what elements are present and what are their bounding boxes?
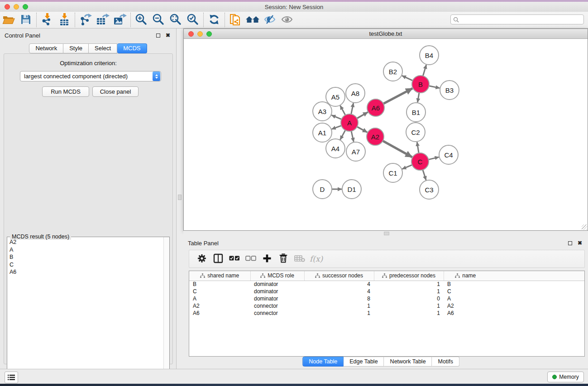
zoom-selected-button[interactable] xyxy=(184,13,201,27)
column-header-name[interactable]: name xyxy=(444,271,487,281)
save-session-button[interactable] xyxy=(17,13,34,27)
result-item[interactable]: C xyxy=(8,261,163,269)
table-cell[interactable]: C xyxy=(444,288,487,295)
table-cell[interactable]: B xyxy=(444,281,487,288)
memory-button[interactable]: Memory xyxy=(547,372,584,382)
mcds-result-list[interactable]: A2ABCA6 xyxy=(8,238,163,382)
result-item[interactable]: A2 xyxy=(8,238,163,246)
edge-A-A2[interactable] xyxy=(357,127,368,132)
vertical-splitter[interactable] xyxy=(177,29,183,369)
show-columns-button[interactable] xyxy=(210,251,226,267)
table-cell[interactable]: connector xyxy=(250,310,304,317)
splitter-handle[interactable] xyxy=(384,232,389,235)
float-table-panel-button[interactable] xyxy=(566,239,574,247)
export-image-button[interactable] xyxy=(111,13,129,27)
tab-style[interactable]: Style xyxy=(63,43,89,53)
tab-network-table[interactable]: Network Table xyxy=(384,357,432,367)
criterion-select[interactable]: largest connected component (directed) xyxy=(20,71,161,81)
zoom-fit-button[interactable] xyxy=(167,13,184,27)
table-row[interactable]: A6connector11A6 xyxy=(189,310,585,317)
import-table-button[interactable] xyxy=(56,13,73,27)
table-row[interactable]: Adominator80A xyxy=(189,295,585,302)
window-resize-grip[interactable] xyxy=(582,224,587,230)
zoom-out-button[interactable] xyxy=(150,13,167,27)
edge-A-A3[interactable] xyxy=(331,115,341,119)
network-canvas[interactable]: AA1A3A5A8A4A7A6A2BB1B2B3B4CC1C2C3C4DD1 xyxy=(184,39,588,230)
edge-A-A8[interactable] xyxy=(351,103,354,114)
edge-B-B2[interactable] xyxy=(402,76,413,81)
splitter-handle[interactable] xyxy=(178,195,182,200)
delete-column-button[interactable] xyxy=(275,251,292,267)
table-cell[interactable]: 1 xyxy=(374,310,444,317)
table-cell[interactable]: A2 xyxy=(189,302,250,310)
tab-mcds[interactable]: MCDS xyxy=(117,43,147,53)
table-cell[interactable]: A6 xyxy=(444,310,487,317)
tab-edge-table[interactable]: Edge Table xyxy=(344,357,384,367)
table-cell[interactable]: 8 xyxy=(304,295,374,302)
show-graphics-details-button[interactable] xyxy=(278,13,296,27)
column-header-predecessor-nodes[interactable]: predecessor nodes xyxy=(374,271,444,281)
float-panel-button[interactable] xyxy=(154,32,162,39)
node-table[interactable]: shared nameMCDS rolesuccessor nodesprede… xyxy=(189,271,585,357)
table-cell[interactable]: dominator xyxy=(250,288,304,295)
table-cell[interactable]: 1 xyxy=(304,302,374,310)
horizontal-splitter[interactable] xyxy=(183,231,588,236)
table-cell[interactable]: 1 xyxy=(304,310,374,317)
close-table-panel-button[interactable]: ✖ xyxy=(576,239,583,247)
edge-A-A1[interactable] xyxy=(332,126,342,129)
search-input[interactable] xyxy=(450,14,584,24)
network-graph[interactable]: AA1A3A5A8A4A7A6A2BB1B2B3B4CC1C2C3C4DD1 xyxy=(184,39,588,230)
edge-C-C4[interactable] xyxy=(428,157,439,160)
edge-A-A5[interactable] xyxy=(340,105,345,115)
table-cell[interactable]: A xyxy=(444,295,487,302)
hide-panels-button[interactable] xyxy=(261,13,278,27)
table-cell[interactable]: 1 xyxy=(374,302,444,310)
open-session-button[interactable] xyxy=(0,13,17,27)
table-settings-button[interactable] xyxy=(194,251,210,267)
result-item[interactable]: A6 xyxy=(8,268,163,276)
edge-B-B1[interactable] xyxy=(418,93,419,103)
close-panel-button[interactable]: ✖ xyxy=(164,32,172,39)
edge-C-C3[interactable] xyxy=(423,170,426,180)
zoom-in-button[interactable] xyxy=(133,13,150,27)
close-panel-button-mcds[interactable]: Close panel xyxy=(92,86,139,97)
table-cell[interactable]: connector xyxy=(250,302,304,310)
edge-A-A6[interactable] xyxy=(357,112,368,119)
table-cell[interactable]: A2 xyxy=(444,302,487,310)
export-network-button[interactable] xyxy=(77,13,94,27)
edge-A2-C[interactable] xyxy=(383,141,412,157)
home-button[interactable] xyxy=(244,13,261,27)
edge-A-A4[interactable] xyxy=(340,130,345,140)
table-cell[interactable]: 1 xyxy=(374,288,444,295)
table-cell[interactable]: 4 xyxy=(304,288,374,295)
tab-network[interactable]: Network xyxy=(29,43,63,53)
column-header-shared-name[interactable]: shared name xyxy=(189,271,250,281)
clone-network-button[interactable] xyxy=(227,13,244,27)
edge-C-C2[interactable] xyxy=(417,142,419,153)
edge-B-B4[interactable] xyxy=(423,65,426,76)
add-column-button[interactable] xyxy=(259,251,275,267)
deselect-all-button[interactable] xyxy=(243,251,259,267)
refresh-button[interactable] xyxy=(206,13,223,27)
task-history-button[interactable] xyxy=(5,372,18,383)
edge-A6-B[interactable] xyxy=(383,88,412,104)
table-row[interactable]: Cdominator41C xyxy=(189,288,585,295)
edge-A-A7[interactable] xyxy=(351,131,354,142)
function-builder-button[interactable]: f(x) xyxy=(308,251,323,267)
result-vertical-scrollbar[interactable] xyxy=(163,237,169,382)
select-all-button[interactable] xyxy=(226,251,243,267)
column-header-MCDS-role[interactable]: MCDS role xyxy=(250,271,304,281)
table-cell[interactable]: 0 xyxy=(374,295,444,302)
column-header-successor-nodes[interactable]: successor nodes xyxy=(304,271,374,281)
tab-motifs[interactable]: Motifs xyxy=(432,357,459,367)
table-row[interactable]: Bdominator41B xyxy=(189,281,585,288)
result-item[interactable]: B xyxy=(8,253,163,261)
table-cell[interactable]: A xyxy=(189,295,250,302)
export-table-button[interactable] xyxy=(94,13,111,27)
table-cell[interactable]: B xyxy=(189,281,250,288)
table-cell[interactable]: dominator xyxy=(250,281,304,288)
table-cell[interactable]: A6 xyxy=(189,310,250,317)
edge-C-C1[interactable] xyxy=(402,165,412,169)
table-cell[interactable]: C xyxy=(189,288,250,295)
table-cell[interactable]: 1 xyxy=(374,281,444,288)
